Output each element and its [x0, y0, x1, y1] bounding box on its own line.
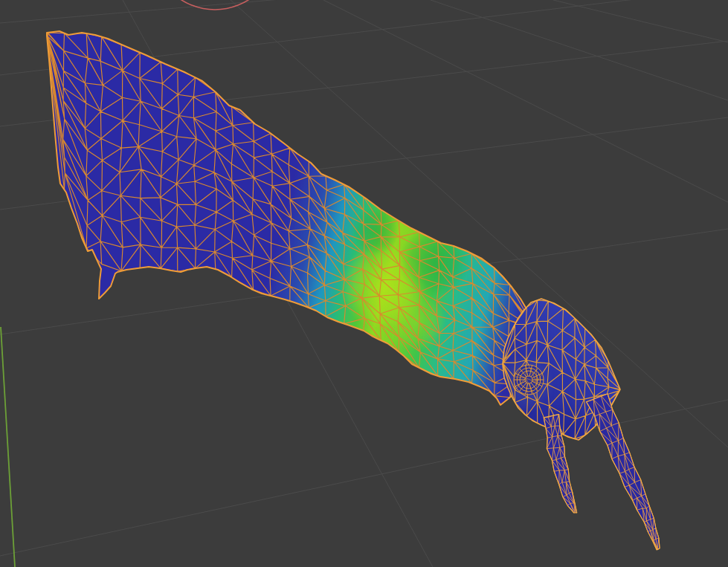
viewport-3d[interactable]	[0, 0, 728, 567]
viewport-3d-container	[0, 0, 728, 567]
bolt-circle-detail	[514, 365, 544, 395]
